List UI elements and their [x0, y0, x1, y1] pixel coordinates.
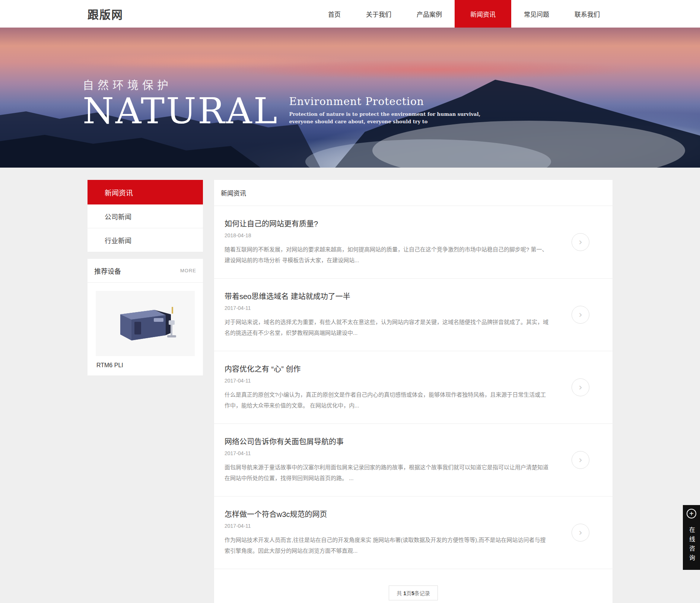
pagination-summary: 共 1页5条记录 [389, 585, 438, 600]
news-date: 2017-04-11 [225, 523, 549, 529]
hero-title-en: NATURAL [83, 95, 279, 127]
news-date: 2018-04-18 [225, 232, 549, 238]
nav-item-about[interactable]: 关于我们 [353, 0, 404, 28]
expand-button[interactable]: + [683, 505, 700, 522]
product-name[interactable]: RTM6 PLI [96, 362, 195, 369]
nav-item-faq[interactable]: 常见问题 [511, 0, 562, 28]
news-date: 2017-04-11 [225, 450, 549, 456]
chevron-right-icon[interactable]: › [572, 306, 589, 324]
hero-banner: 自然环境保护 NATURAL Environment Protection Pr… [0, 28, 700, 168]
machine-illustration [110, 299, 181, 348]
main-content: 新闻资讯 公司新闻 行业新闻 推荐设备 MORE [0, 168, 700, 603]
news-item-3[interactable]: 内容优化之有 “心” 创作 2017-04-11 什么是真正的原创文?小编认为，… [214, 351, 612, 424]
news-title[interactable]: 怎样做一个符合w3c规范的网页 [225, 508, 549, 519]
nav-item-news[interactable]: 新闻资讯 [455, 0, 511, 28]
sidebar-news-menu: 新闻资讯 公司新闻 行业新闻 [88, 180, 203, 252]
hero-desc-line1: Protection of nature is to protect the e… [289, 111, 480, 118]
chevron-right-icon[interactable]: › [572, 451, 589, 469]
hero-subtitle: Environment Protection [289, 95, 480, 108]
news-item-2[interactable]: 带着seo思维选域名 建站就成功了一半 2017-04-11 对于网站来说，域名… [214, 279, 612, 351]
pagination-page-number: 1 [403, 590, 406, 596]
site-logo[interactable]: 跟版网 [88, 6, 123, 22]
pagination-count: 5 [411, 590, 414, 596]
news-title[interactable]: 内容优化之有 “心” 创作 [225, 363, 549, 374]
online-consult-button[interactable]: 在线咨询 [683, 522, 700, 570]
nav-item-home[interactable]: 首页 [315, 0, 353, 28]
news-date: 2017-04-11 [225, 378, 549, 384]
online-consult-widget: + 在线咨询 [683, 505, 700, 570]
product-image [96, 291, 195, 356]
online-consult-label: 在线咨询 [687, 527, 696, 564]
top-header: 跟版网 首页 关于我们 产品案例 新闻资讯 常见问题 联系我们 [0, 0, 700, 28]
news-item-4[interactable]: 网络公司告诉你有关面包屑导航的事 2017-04-11 面包屑导航来源于童话故事… [214, 424, 612, 496]
sidebar-item-company-news[interactable]: 公司新闻 [88, 204, 203, 228]
news-title[interactable]: 网络公司告诉你有关面包屑导航的事 [225, 436, 549, 447]
hero-description: Protection of nature is to protect the e… [289, 111, 480, 125]
nav-item-cases[interactable]: 产品案例 [404, 0, 455, 28]
news-date: 2017-04-11 [225, 305, 549, 311]
sidebar-item-industry-news[interactable]: 行业新闻 [88, 228, 203, 252]
news-excerpt: 什么是真正的原创文?小编认为，真正的原创文是作者自己内心的真切感悟或体会，能够体… [225, 390, 549, 411]
news-title[interactable]: 带着seo思维选域名 建站就成功了一半 [225, 291, 549, 301]
sidebar: 新闻资讯 公司新闻 行业新闻 推荐设备 MORE [88, 180, 203, 375]
sidebar-menu-title[interactable]: 新闻资讯 [88, 180, 203, 204]
more-link[interactable]: MORE [180, 268, 196, 273]
news-list-panel: 新闻资讯 如何让自己的网站更有质量? 2018-04-18 随着互联网的不断发展… [214, 180, 612, 603]
news-item-1[interactable]: 如何让自己的网站更有质量? 2018-04-18 随着互联网的不断发展，对网站的… [214, 206, 612, 279]
recommend-title: 推荐设备 [94, 266, 121, 276]
news-panel-title: 新闻资讯 [214, 180, 612, 206]
recommend-panel: 推荐设备 MORE [88, 259, 203, 375]
news-excerpt: 对于网站来说，域名的选择尤为重要，有些人就不太在意这些，认为网站内容才是关键，这… [225, 317, 549, 338]
news-excerpt: 面包屑导航来源于童话故事中的汉塞尔利用面包屑来记录回家的路的故事，根据这个故事我… [225, 462, 549, 483]
nav-item-contact[interactable]: 联系我们 [562, 0, 612, 28]
plus-icon: + [687, 509, 696, 518]
news-excerpt: 随着互联网的不断发展，对网站的要求越来越高，如何提高网站的质量，让自己在这个竞争… [225, 244, 549, 266]
news-title[interactable]: 如何让自己的网站更有质量? [225, 218, 549, 229]
hero-desc-line2: everyone should care about, everyone sho… [289, 118, 480, 126]
news-item-5[interactable]: 怎样做一个符合w3c规范的网页 2017-04-11 作为网站技术开发人员而言,… [214, 496, 612, 569]
news-excerpt: 作为网站技术开发人员而言,往往是站在自己的开发角度来实 施网站布署(读取数据及开… [225, 535, 549, 556]
pagination-prefix: 共 [397, 590, 403, 596]
product-card[interactable]: RTM6 PLI [88, 283, 203, 369]
chevron-right-icon[interactable]: › [572, 233, 589, 251]
chevron-right-icon[interactable]: › [572, 378, 589, 396]
main-nav: 首页 关于我们 产品案例 新闻资讯 常见问题 联系我们 [315, 0, 612, 28]
pagination-page-label: 页 [406, 590, 411, 596]
chevron-right-icon[interactable]: › [572, 524, 589, 542]
pagination-count-label: 条记录 [414, 590, 430, 596]
hero-text-block: 自然环境保护 NATURAL Environment Protection Pr… [83, 76, 480, 127]
